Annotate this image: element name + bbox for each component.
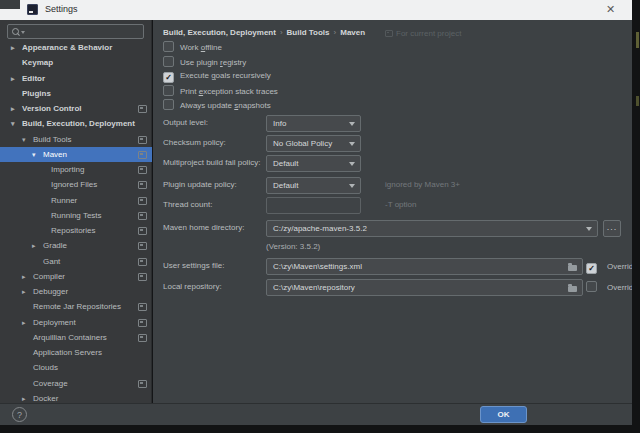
- sidebar-item-gant[interactable]: Gant: [0, 254, 152, 269]
- scrollbar-marker: [636, 96, 639, 106]
- checkbox-row-print-exception-stack-traces[interactable]: Print exception stack traces: [163, 85, 278, 97]
- sidebar-item-label: Compiler: [33, 269, 65, 284]
- sidebar-item-maven[interactable]: ▾Maven: [0, 147, 152, 162]
- maven-home-combobox[interactable]: C:/zy/apache-maven-3.5.2: [266, 220, 598, 237]
- sidebar-item-label: Gant: [43, 254, 60, 269]
- sidebar-item-label: Runner: [51, 193, 77, 208]
- chevron-down-icon[interactable]: [349, 142, 355, 146]
- chevron-right-icon[interactable]: ▸: [22, 269, 26, 284]
- for-current-project-label: For current project: [396, 29, 461, 38]
- background-edge: [0, 425, 632, 433]
- override-checkbox[interactable]: ✓: [586, 263, 597, 274]
- breadcrumb-separator: ›: [276, 28, 287, 37]
- thread-count-hint: -T option: [385, 200, 416, 209]
- sidebar-item-remote-jar-repositories[interactable]: Remote Jar Repositories: [0, 299, 152, 314]
- checkbox[interactable]: [163, 41, 174, 52]
- breadcrumb-item: Maven: [340, 28, 365, 37]
- project-scope-icon: [385, 30, 393, 37]
- sidebar-item-importing[interactable]: Importing: [0, 162, 152, 177]
- sidebar-item-editor[interactable]: ▸Editor: [0, 71, 152, 86]
- checkbox[interactable]: [163, 99, 174, 110]
- chevron-right-icon[interactable]: ▸: [11, 101, 15, 116]
- sidebar-item-runner[interactable]: Runner: [0, 193, 152, 208]
- local-repo-input[interactable]: C:\zy\Maven\repository: [266, 279, 583, 296]
- select-hint: ignored by Maven 3+: [385, 180, 460, 189]
- override-checkbox[interactable]: [586, 281, 597, 292]
- sidebar-item-deployment[interactable]: ▸Deployment: [0, 315, 152, 330]
- select-output-level[interactable]: Info: [266, 115, 361, 132]
- select-value: Default: [273, 159, 298, 168]
- local-repo-override[interactable]: Override: [586, 281, 638, 294]
- sidebar-item-build-tools[interactable]: ▾Build Tools: [0, 132, 152, 147]
- breadcrumb-item[interactable]: Build Tools: [287, 28, 330, 37]
- select-plugin-update-policy[interactable]: Default: [266, 177, 361, 194]
- chevron-right-icon[interactable]: ▸: [11, 71, 15, 86]
- sidebar-item-label: Ignored Files: [51, 177, 97, 192]
- folder-icon[interactable]: [568, 265, 577, 271]
- sidebar-item-coverage[interactable]: Coverage: [0, 376, 152, 391]
- sidebar-item-running-tests[interactable]: Running Tests: [0, 208, 152, 223]
- chevron-down-icon[interactable]: [349, 122, 355, 126]
- breadcrumb-item[interactable]: Build, Execution, Deployment: [163, 28, 276, 37]
- sidebar-item-arquillian-containers[interactable]: Arquillian Containers: [0, 330, 152, 345]
- checkbox-row-always-update-snapshots[interactable]: Always update snapshots: [163, 99, 271, 111]
- sidebar-item-debugger[interactable]: ▸Debugger: [0, 284, 152, 299]
- chevron-down-icon[interactable]: [586, 227, 592, 231]
- project-setting-icon: [138, 151, 147, 159]
- chevron-down-icon[interactable]: ▾: [32, 147, 36, 162]
- checkbox-label: Execute goals recursively: [180, 71, 271, 80]
- checkbox[interactable]: [163, 85, 174, 96]
- checkbox-row-work-offline[interactable]: Work offline: [163, 41, 222, 53]
- checkbox-row-use-plugin-registry[interactable]: Use plugin registry: [163, 56, 246, 68]
- maven-home-value: C:/zy/apache-maven-3.5.2: [273, 224, 367, 233]
- sidebar-item-application-servers[interactable]: Application Servers: [0, 345, 152, 360]
- sidebar-item-plugins[interactable]: Plugins: [0, 86, 152, 101]
- user-settings-override[interactable]: ✓Override: [586, 260, 638, 274]
- breadcrumb-separator: ›: [330, 28, 341, 37]
- search-input[interactable]: [7, 24, 144, 39]
- select-value: Info: [273, 119, 286, 128]
- local-repo-label: Local repository:: [163, 282, 222, 291]
- project-setting-icon: [138, 319, 147, 327]
- ok-button[interactable]: OK: [480, 406, 527, 423]
- close-icon[interactable]: ✕: [606, 3, 615, 16]
- sidebar-item-ignored-files[interactable]: Ignored Files: [0, 177, 152, 192]
- checkbox-label: Print exception stack traces: [180, 87, 278, 96]
- select-multiproject-build-fail-policy[interactable]: Default: [266, 155, 361, 172]
- thread-count-input[interactable]: [266, 197, 361, 214]
- chevron-right-icon[interactable]: ▸: [32, 238, 36, 253]
- settings-dialog-icon: [27, 4, 38, 15]
- browse-button[interactable]: ...: [603, 220, 621, 237]
- chevron-right-icon[interactable]: ▸: [11, 40, 15, 55]
- sidebar-item-clouds[interactable]: Clouds: [0, 360, 152, 375]
- chevron-down-icon[interactable]: [349, 184, 355, 188]
- sidebar-item-gradle[interactable]: ▸Gradle: [0, 238, 152, 253]
- sidebar-item-appearance-behavior[interactable]: ▸Appearance & Behavior: [0, 40, 152, 55]
- sidebar-item-label: Deployment: [33, 315, 76, 330]
- project-setting-icon: [138, 273, 147, 281]
- select-checksum-policy[interactable]: No Global Policy: [266, 135, 361, 152]
- project-setting-icon: [138, 181, 147, 189]
- project-setting-icon: [138, 258, 147, 266]
- window-titlebar[interactable]: Settings ✕: [0, 0, 632, 20]
- user-settings-input[interactable]: C:\zy\Maven\settings.xml: [266, 258, 583, 275]
- select-label-multiproject-build-fail-policy: Multiproject build fail policy:: [163, 158, 260, 167]
- sidebar-item-compiler[interactable]: ▸Compiler: [0, 269, 152, 284]
- folder-icon[interactable]: [568, 286, 577, 292]
- sidebar-item-keymap[interactable]: Keymap: [0, 55, 152, 70]
- sidebar-item-build-execution-deployment[interactable]: ▾Build, Execution, Deployment: [0, 116, 152, 131]
- project-setting-icon: [138, 227, 147, 235]
- checkbox[interactable]: ✓: [163, 72, 174, 83]
- chevron-down-icon[interactable]: [349, 162, 355, 166]
- sidebar-item-label: Build Tools: [33, 132, 72, 147]
- checkbox[interactable]: [163, 56, 174, 67]
- sidebar-item-repositories[interactable]: Repositories: [0, 223, 152, 238]
- chevron-down-icon[interactable]: ▾: [11, 116, 15, 131]
- background-edge: [632, 0, 640, 433]
- checkbox-row-execute-goals-recursively[interactable]: ✓Execute goals recursively: [163, 70, 271, 82]
- help-button[interactable]: ?: [12, 407, 27, 422]
- sidebar-item-version-control[interactable]: ▸Version Control: [0, 101, 152, 116]
- chevron-right-icon[interactable]: ▸: [22, 284, 26, 299]
- chevron-down-icon[interactable]: ▾: [22, 132, 26, 147]
- chevron-right-icon[interactable]: ▸: [22, 315, 26, 330]
